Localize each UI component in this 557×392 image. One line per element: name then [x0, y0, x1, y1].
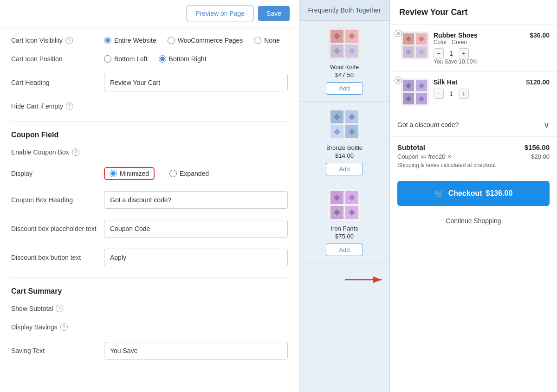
- silk-hat-name: Silk Hat: [434, 78, 521, 86]
- iron-pants-image: [328, 189, 361, 221]
- save-button[interactable]: Save: [258, 6, 290, 21]
- rubber-shoes-savings: You Save 10.00%: [434, 58, 525, 65]
- discount-placeholder-row: Discount box placeholder text: [11, 220, 288, 238]
- cart-heading-input[interactable]: [104, 74, 288, 91]
- discount-button-text-row: Discount box button text: [11, 249, 288, 266]
- rubber-shoes-qty-control: − 1 +: [434, 48, 525, 58]
- coupon-chevron-icon: ∨: [544, 120, 550, 130]
- discount-placeholder-input[interactable]: [104, 220, 288, 238]
- discount-placeholder-control: [104, 220, 288, 238]
- cart-heading-control: [104, 74, 288, 91]
- wool-knife-image: [328, 27, 361, 60]
- enable-coupon-help-icon[interactable]: ?: [72, 148, 79, 156]
- wool-knife-add-button[interactable]: Add: [326, 82, 363, 95]
- cart-icon-visibility-control: Entire Website WooCommerce Pages None: [104, 37, 288, 44]
- silk-hat-info: Silk Hat − 1 +: [434, 78, 521, 99]
- cart-icon-position-control: Bottom Left Bottom Right: [104, 55, 288, 63]
- checkout-cart-icon: 🛒: [434, 188, 445, 199]
- product-iron-pants: Iron Pants $75.00 Add: [299, 182, 389, 263]
- display-savings-control: [104, 323, 288, 331]
- coupon-tag-icon: 🏷: [421, 153, 427, 160]
- rubber-shoes-info: Rubber Shoes Color : Green − 1 + You Sav…: [434, 32, 525, 65]
- coupon-box-heading-input[interactable]: [104, 191, 288, 209]
- cart-heading-label: Cart Heading: [11, 79, 104, 86]
- checkout-label: Checkout: [448, 189, 482, 198]
- visibility-none-option[interactable]: None: [254, 37, 279, 44]
- rubber-shoes-name: Rubber Shoes: [434, 32, 525, 39]
- cart-summary-section: Subtotal $156.00 Coupon 🏷 free20 ✕ -$20.…: [390, 137, 557, 175]
- bronze-bottle-price: $14.00: [304, 152, 385, 159]
- coupon-box-heading-control: [104, 191, 288, 209]
- cart-icon-visibility-label: Cart Icon Visibility ?: [11, 37, 104, 44]
- minimized-highlighted: Minimized: [104, 167, 155, 180]
- visibility-woocommerce-option[interactable]: WooCommerce Pages: [168, 37, 243, 44]
- cart-item-rubber-shoes-close-icon[interactable]: ✕: [395, 30, 402, 37]
- coupon-label: Coupon: [397, 153, 419, 160]
- display-expanded-option[interactable]: Expanded: [169, 170, 209, 177]
- silk-hat-qty-value: 1: [447, 90, 455, 97]
- position-bottom-right-option[interactable]: Bottom Right: [159, 55, 207, 63]
- discount-placeholder-label: Discount box placeholder text: [11, 225, 104, 232]
- show-subtotal-help-icon[interactable]: ?: [56, 305, 63, 312]
- coupon-text: Got a discount code?: [397, 121, 459, 129]
- discount-button-text-control: [104, 249, 288, 266]
- discount-button-text-input[interactable]: [104, 249, 288, 266]
- saving-text-input[interactable]: [104, 342, 288, 360]
- display-label: Display: [11, 170, 104, 177]
- hide-cart-help-icon[interactable]: ?: [66, 103, 73, 110]
- coupon-row[interactable]: Got a discount code? ∨: [390, 113, 557, 137]
- coupon-tag: Coupon 🏷 free20 ✕: [397, 153, 452, 160]
- frequently-bought-title: Frequently Both Together: [299, 0, 389, 21]
- rubber-shoes-qty-value: 1: [447, 50, 455, 57]
- subtotal-label: Subtotal: [397, 143, 425, 151]
- continue-shopping-button[interactable]: Continue Shopping: [390, 212, 557, 230]
- show-subtotal-row: Show Subtotal ?: [11, 305, 288, 312]
- coupon-box-heading-row: Coupon Box Heading: [11, 191, 288, 209]
- visibility-entire-website-option[interactable]: Entire Website: [104, 37, 156, 44]
- frequently-bought-panel: Frequently Both Together Wool Knife $47.…: [299, 0, 390, 392]
- iron-pants-add-button[interactable]: Add: [326, 244, 363, 256]
- cart-panel: Review Your Cart ✕ Rubber Shoes: [390, 0, 557, 392]
- shipping-note: Shipping & taxes calculated at checkout: [397, 162, 550, 168]
- bronze-bottle-name: Bronze Bottle: [304, 144, 385, 151]
- preview-button[interactable]: Preview on Page: [187, 6, 253, 21]
- iron-pants-price: $75.00: [304, 233, 385, 240]
- silk-hat-qty-increase[interactable]: +: [459, 89, 469, 99]
- cart-item-silk-hat-close-icon[interactable]: ✕: [395, 77, 402, 84]
- rubber-shoes-cart-image: [401, 32, 429, 59]
- cart-icon-visibility-row: Cart Icon Visibility ? Entire Website Wo…: [11, 37, 288, 44]
- cart-summary-section-heading: Cart Summary: [11, 287, 288, 296]
- saving-text-label: Saving Text: [11, 347, 104, 354]
- rubber-shoes-qty-increase[interactable]: +: [459, 48, 469, 58]
- cart-icon-visibility-help-icon[interactable]: ?: [65, 37, 73, 44]
- wool-knife-price: $47.50: [304, 71, 385, 78]
- coupon-box-heading-label: Coupon Box Heading: [11, 196, 104, 204]
- display-savings-help-icon[interactable]: ?: [60, 323, 68, 331]
- coupon-remove-icon[interactable]: ✕: [447, 153, 452, 160]
- cart-item-silk-hat: ✕ Silk Hat − 1: [390, 72, 557, 113]
- show-subtotal-label: Show Subtotal ?: [11, 305, 104, 312]
- rubber-shoes-qty-decrease[interactable]: −: [434, 48, 444, 58]
- bronze-bottle-image: [328, 108, 361, 141]
- rubber-shoes-attribute: Color : Green: [434, 39, 525, 45]
- hide-cart-label: Hide Cart if empty ?: [11, 103, 104, 110]
- cart-item-rubber-shoes: ✕ Rubber Shoes Color : Green: [390, 25, 557, 72]
- wool-knife-name: Wool Knife: [304, 64, 385, 71]
- display-savings-row: Display Savings ?: [11, 323, 288, 331]
- rubber-shoes-price: $36.00: [530, 32, 550, 39]
- top-bar: Preview on Page Save: [0, 0, 299, 27]
- bronze-bottle-add-button[interactable]: Add: [326, 163, 363, 175]
- product-bronze-bottle: Bronze Bottle $14.00 Add: [299, 102, 389, 182]
- enable-coupon-box-label: Enable Coupon Box ?: [11, 148, 104, 156]
- show-subtotal-control: [104, 305, 288, 312]
- enable-coupon-box-row: Enable Coupon Box ?: [11, 148, 288, 156]
- coupon-field-section-heading: Coupon Field: [11, 131, 288, 139]
- display-minimized-option[interactable]: Minimized: [110, 170, 149, 177]
- silk-hat-cart-image: [401, 78, 429, 106]
- checkout-button[interactable]: 🛒 Checkout $136.00: [397, 181, 550, 206]
- product-wool-knife: Wool Knife $47.50 Add: [299, 21, 389, 102]
- position-bottom-left-option[interactable]: Bottom Left: [104, 55, 148, 63]
- hide-cart-control: [104, 103, 288, 110]
- silk-hat-qty-control: − 1 +: [434, 89, 521, 99]
- silk-hat-qty-decrease[interactable]: −: [434, 89, 444, 99]
